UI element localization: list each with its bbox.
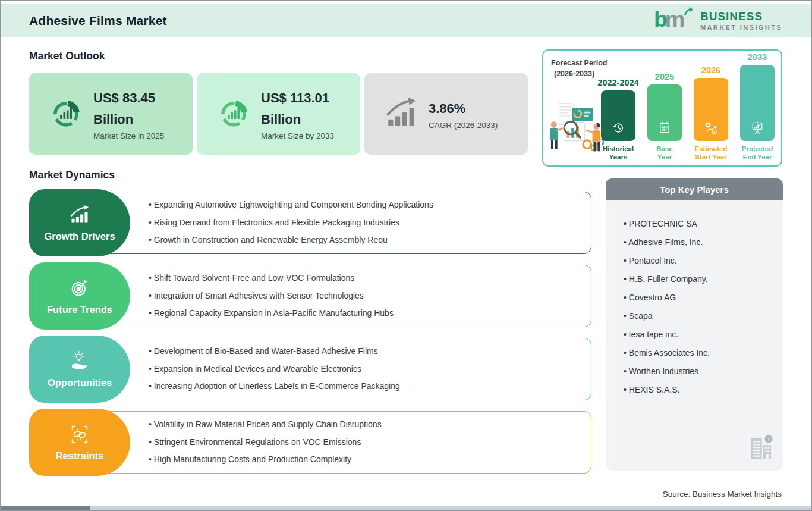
forecast-bar [740, 65, 775, 141]
dynamics-row: Volatility in Raw Material Prices and Su… [29, 409, 591, 476]
stat-card: US$ 83.45Billion Market Size in 2025 [29, 73, 193, 155]
dynamics-label-text: Restraints [56, 450, 104, 462]
bulb-hand-icon [69, 350, 90, 374]
bar-growth-icon [69, 204, 90, 228]
key-player-item: Bemis Associates Inc. [624, 344, 783, 362]
market-outlook-heading: Market Outlook [29, 50, 105, 62]
key-player-item: Covestro AG [624, 289, 783, 307]
svg-text:m: m [665, 7, 685, 32]
forecast-period-panel: Forecast Period (2026-2033) [542, 49, 782, 167]
bullet-item: Rising Demand from Electronics and Flexi… [149, 214, 591, 232]
forecast-year-label: 2033 [748, 52, 767, 62]
chain-icon [69, 424, 90, 447]
stat-value: US$ 113.01Billion [261, 87, 334, 130]
bmi-logo: b m BUSINESS MARKET INSIGHTS [654, 7, 782, 35]
source-text: Source: Business Market Insights [663, 490, 782, 499]
dynamics-row: Shift Toward Solvent-Free and Low-VOC Fo… [29, 262, 591, 330]
forecast-bar-caption: ProjectedEnd Year [742, 145, 773, 162]
dynamics-label: Opportunities [29, 336, 130, 403]
market-dynamics-heading: Market Dynamics [29, 169, 115, 181]
stat-value: 3.86% [429, 98, 498, 120]
building-info-icon: i [745, 431, 776, 464]
logo-wordmark: BUSINESS MARKET INSIGHTS [700, 11, 782, 31]
forecast-period-title: Forecast Period (2026-2033) [551, 58, 607, 79]
forecast-bar [647, 84, 682, 141]
forecast-year-label: 2026 [701, 65, 720, 75]
stat-caption: CAGR (2026-2033) [429, 121, 498, 130]
dynamics-label: Restraints [29, 409, 130, 476]
key-players-header: Top Key Players [606, 178, 783, 200]
key-player-item: Scapa [624, 307, 783, 325]
key-player-item: HEXIS S.A.S. [624, 381, 783, 399]
scrollbar-thumb[interactable] [1, 506, 90, 510]
dynamics-label-text: Future Trends [47, 304, 112, 315]
bullet-item: Growth in Construction and Renewable Ene… [149, 231, 591, 249]
dynamics-label: Future Trends [29, 262, 130, 330]
infographic-page: Adhesive Films Market b m BUSINESS MARKE… [0, 0, 812, 511]
page-title: Adhesive Films Market [29, 14, 167, 28]
stat-card-text: US$ 83.45Billion Market Size in 2025 [93, 87, 164, 140]
stat-caption: Market Size by 2033 [261, 131, 334, 140]
bmi-logo-mark-icon: b m [654, 7, 695, 35]
forecast-year-label: 2022-2024 [597, 78, 638, 87]
bullet-item: Volatility in Raw Material Prices and Su… [149, 416, 591, 434]
bullet-item: High Manufacturing Costs and Production … [149, 451, 591, 469]
stat-card-text: US$ 113.01Billion Market Size by 2033 [261, 87, 334, 140]
bullet-item: Integration of Smart Adhesives with Sens… [149, 287, 591, 305]
logo-market-insights-text: MARKET INSIGHTS [700, 24, 782, 31]
forecast-bar-caption: BaseYear [656, 145, 673, 162]
dynamics-label-text: Opportunities [48, 377, 112, 388]
forecast-bar-column: 2022-2024 HistoricalYears [600, 78, 637, 162]
horizontal-scrollbar[interactable] [1, 506, 811, 510]
market-dynamics-rows: Expanding Automotive Lightweighting and … [29, 189, 591, 482]
key-players-panel: Top Key Players PROTECHNIC SAAdhesive Fi… [606, 178, 783, 471]
forecast-year-label: 2025 [655, 72, 674, 81]
key-player-item: PROTECHNIC SA [624, 215, 783, 233]
forecast-bar-column: 2026 EstimatedStart Year [693, 65, 729, 162]
dynamics-row: Development of Bio-Based and Water-Based… [29, 336, 591, 403]
bullet-item: Development of Bio-Based and Water-Based… [149, 343, 591, 360]
dynamics-row: Expanding Automotive Lightweighting and … [29, 189, 591, 256]
dynamics-label-text: Growth Drivers [44, 231, 115, 242]
dynamics-label: Growth Drivers [29, 189, 130, 256]
bullet-item: Shift Toward Solvent-Free and Low-VOC Fo… [149, 269, 591, 287]
forecast-bar [694, 78, 728, 141]
key-player-item: H.B. Fuller Company. [624, 270, 783, 289]
key-player-item: Adhesive Films, Inc. [624, 233, 783, 252]
key-player-item: Worthen Industries [624, 362, 783, 381]
forecast-bar [601, 90, 635, 141]
bullet-item: Regional Capacity Expansion in Asia-Paci… [149, 305, 591, 322]
bullet-item: Expanding Automotive Lightweighting and … [149, 196, 591, 214]
bullet-item: Stringent Environmental Regulations on V… [149, 434, 591, 452]
bullet-item: Expansion in Medical Devices and Wearabl… [149, 360, 591, 378]
stat-card-text: 3.86% CAGR (2026-2033) [429, 98, 498, 130]
key-players-list: PROTECHNIC SAAdhesive Films, Inc.Pontaco… [624, 215, 783, 399]
target-icon [69, 277, 90, 301]
market-outlook-cards: US$ 83.45Billion Market Size in 2025 US$… [29, 73, 528, 155]
stat-caption: Market Size in 2025 [93, 131, 164, 140]
bar-growth-icon [384, 96, 418, 133]
key-player-item: tesa tape inc. [624, 325, 783, 344]
forecast-bar-column: 2025 BaseYear [646, 72, 683, 162]
donut-chart-icon [49, 96, 83, 133]
donut-chart-icon [216, 96, 251, 133]
stat-value: US$ 83.45Billion [93, 87, 164, 130]
bullet-item: Increasing Adoption of Linerless Labels … [149, 378, 591, 396]
forecast-bars: 2022-2024 HistoricalYears2025 BaseYear20… [600, 52, 776, 162]
forecast-bar-caption: HistoricalYears [603, 145, 634, 162]
stat-card: 3.86% CAGR (2026-2033) [364, 73, 528, 155]
key-player-item: Pontacol Inc. [624, 252, 783, 270]
stat-card: US$ 113.01Billion Market Size by 2033 [197, 73, 360, 155]
forecast-bar-caption: EstimatedStart Year [695, 145, 728, 162]
logo-business-text: BUSINESS [700, 11, 782, 23]
forecast-bar-column: 2033 ProjectedEnd Year [739, 52, 776, 162]
header-band: Adhesive Films Market b m BUSINESS MARKE… [1, 4, 811, 37]
svg-text:i: i [768, 435, 770, 442]
